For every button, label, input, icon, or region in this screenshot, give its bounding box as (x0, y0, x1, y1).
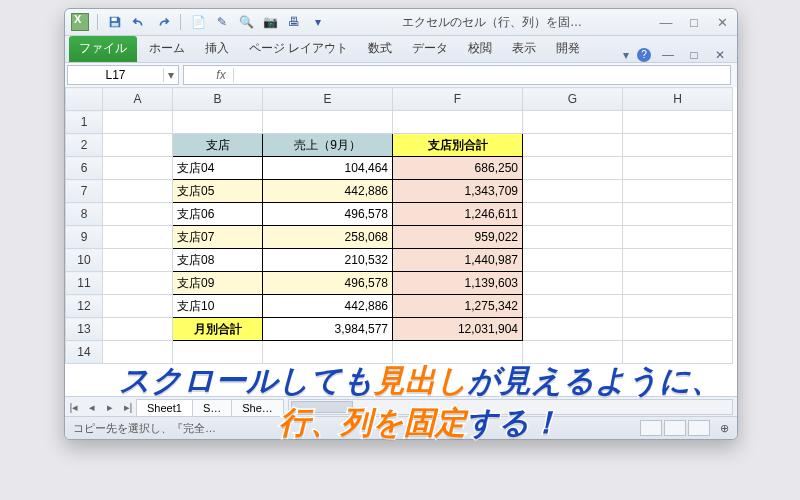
row-header[interactable]: 13 (66, 318, 103, 341)
tab-formulas[interactable]: 数式 (358, 36, 402, 62)
table-header-total[interactable]: 支店別合計 (393, 134, 523, 157)
tab-view[interactable]: 表示 (502, 36, 546, 62)
cell[interactable] (103, 249, 173, 272)
col-header[interactable]: H (623, 88, 733, 111)
cell[interactable] (103, 318, 173, 341)
tab-data[interactable]: データ (402, 36, 458, 62)
row-header[interactable]: 12 (66, 295, 103, 318)
cell[interactable]: 104,464 (263, 157, 393, 180)
cell[interactable] (103, 111, 173, 134)
cell[interactable]: 959,022 (393, 226, 523, 249)
cell[interactable] (623, 295, 733, 318)
qat-dropdown-icon[interactable]: ▾ (309, 13, 327, 31)
maximize-button[interactable]: □ (685, 15, 703, 30)
cell[interactable] (103, 295, 173, 318)
cell[interactable]: 支店05 (173, 180, 263, 203)
doc-restore-button[interactable]: □ (685, 48, 703, 62)
cell[interactable] (103, 134, 173, 157)
formula-input[interactable] (234, 66, 730, 84)
cell[interactable] (173, 111, 263, 134)
row-header[interactable]: 7 (66, 180, 103, 203)
col-header[interactable]: E (263, 88, 393, 111)
cell[interactable] (623, 134, 733, 157)
row-header[interactable]: 8 (66, 203, 103, 226)
cell[interactable] (523, 134, 623, 157)
col-header[interactable]: G (523, 88, 623, 111)
qat-icon-2[interactable]: ✎ (213, 13, 231, 31)
cell[interactable] (523, 157, 623, 180)
cell[interactable] (523, 318, 623, 341)
cell[interactable] (523, 295, 623, 318)
cell[interactable]: 支店09 (173, 272, 263, 295)
qat-icon-5[interactable]: 🖶 (285, 13, 303, 31)
totals-grand[interactable]: 12,031,904 (393, 318, 523, 341)
row-header[interactable]: 11 (66, 272, 103, 295)
cell[interactable] (623, 249, 733, 272)
ribbon-caret-icon[interactable]: ▾ (623, 48, 629, 62)
cell[interactable] (623, 157, 733, 180)
tab-review[interactable]: 校閲 (458, 36, 502, 62)
cell[interactable]: 支店08 (173, 249, 263, 272)
name-box-dropdown-icon[interactable]: ▾ (163, 68, 178, 82)
cell[interactable] (523, 272, 623, 295)
cell[interactable]: 496,578 (263, 203, 393, 226)
col-header[interactable]: A (103, 88, 173, 111)
save-icon[interactable] (106, 13, 124, 31)
cell[interactable]: 442,886 (263, 180, 393, 203)
cell[interactable] (523, 249, 623, 272)
cell[interactable]: 1,246,611 (393, 203, 523, 226)
cell[interactable] (523, 203, 623, 226)
cell[interactable]: 支店04 (173, 157, 263, 180)
cell[interactable] (103, 226, 173, 249)
tab-developer[interactable]: 開発 (546, 36, 590, 62)
qat-icon-4[interactable]: 📷 (261, 13, 279, 31)
table-header-sales[interactable]: 売上（9月） (263, 134, 393, 157)
name-box[interactable]: L17 ▾ (67, 65, 179, 85)
row-header[interactable]: 6 (66, 157, 103, 180)
col-header[interactable]: F (393, 88, 523, 111)
row-header[interactable]: 10 (66, 249, 103, 272)
tab-insert[interactable]: 挿入 (195, 36, 239, 62)
row-header[interactable]: 1 (66, 111, 103, 134)
cell[interactable]: 1,343,709 (393, 180, 523, 203)
cell[interactable]: 210,532 (263, 249, 393, 272)
minimize-button[interactable]: — (657, 15, 675, 30)
qat-icon-1[interactable]: 📄 (189, 13, 207, 31)
row-header[interactable]: 9 (66, 226, 103, 249)
cell[interactable]: 1,139,603 (393, 272, 523, 295)
cell[interactable] (393, 111, 523, 134)
qat-icon-3[interactable]: 🔍 (237, 13, 255, 31)
fx-icon[interactable]: fx (209, 68, 234, 82)
totals-label[interactable]: 月別合計 (173, 318, 263, 341)
cell[interactable] (103, 157, 173, 180)
cell[interactable]: 支店06 (173, 203, 263, 226)
totals-sales[interactable]: 3,984,577 (263, 318, 393, 341)
undo-icon[interactable] (130, 13, 148, 31)
cell[interactable]: 442,886 (263, 295, 393, 318)
row-header[interactable]: 2 (66, 134, 103, 157)
cell[interactable] (623, 203, 733, 226)
cell[interactable] (523, 180, 623, 203)
col-header[interactable]: B (173, 88, 263, 111)
table-header-branch[interactable]: 支店 (173, 134, 263, 157)
cell[interactable] (523, 111, 623, 134)
cell[interactable]: 258,068 (263, 226, 393, 249)
cell[interactable] (623, 226, 733, 249)
select-all-corner[interactable] (66, 88, 103, 111)
tab-file[interactable]: ファイル (69, 36, 137, 62)
cell[interactable] (623, 180, 733, 203)
cell[interactable] (623, 272, 733, 295)
cell[interactable]: 1,275,342 (393, 295, 523, 318)
cell[interactable]: 支店10 (173, 295, 263, 318)
cell[interactable] (263, 111, 393, 134)
cell[interactable] (103, 180, 173, 203)
doc-close-button[interactable]: ✕ (711, 48, 729, 62)
cell[interactable]: 686,250 (393, 157, 523, 180)
cell[interactable] (103, 272, 173, 295)
redo-icon[interactable] (154, 13, 172, 31)
cell[interactable]: 496,578 (263, 272, 393, 295)
cell[interactable] (523, 226, 623, 249)
tab-home[interactable]: ホーム (139, 36, 195, 62)
cell[interactable]: 支店07 (173, 226, 263, 249)
tab-pagelayout[interactable]: ページ レイアウト (239, 36, 358, 62)
